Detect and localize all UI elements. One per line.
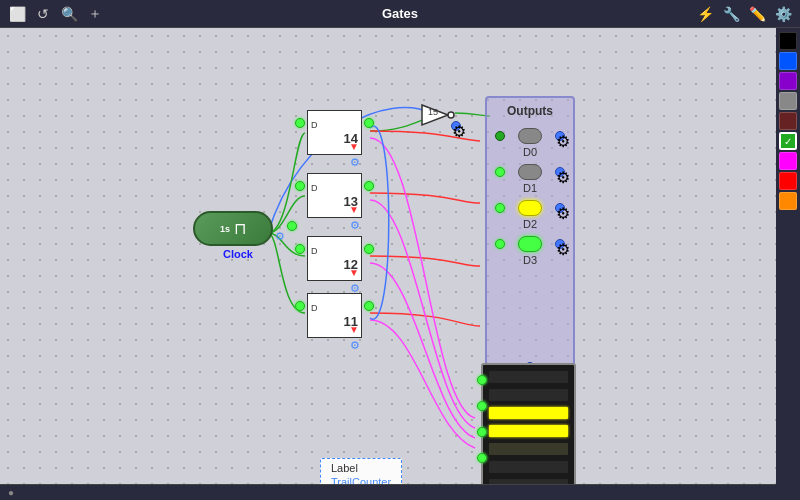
dff-14-out-dot <box>364 118 374 128</box>
dff-11-body: D 11 ▼ <box>307 293 362 338</box>
dff-13-body: D 13 ▼ <box>307 173 362 218</box>
statusbar: ● <box>0 484 776 500</box>
dff-11-in-dot <box>295 301 305 311</box>
d1-gear-icon[interactable]: ⚙ <box>555 167 565 177</box>
color-green[interactable]: ✓ <box>779 132 797 150</box>
clock-waveform-icon: ⊓ <box>234 219 246 238</box>
pencil-icon[interactable]: ✏️ <box>748 5 766 23</box>
dff-12-d-label: D <box>308 245 361 257</box>
bar-in-dot-1 <box>477 401 487 411</box>
bar-seg-5 <box>489 461 568 473</box>
clock-label: Clock <box>193 248 283 260</box>
bar-display: ⚙ <box>481 363 576 500</box>
clock-output-dot <box>287 221 297 231</box>
d2-led <box>518 200 542 216</box>
dff-13-d-label: D <box>308 182 361 194</box>
d0-input-dot <box>495 131 505 141</box>
settings-icon[interactable]: ⚙️ <box>774 5 792 23</box>
bar-seg-0 <box>489 371 568 383</box>
dff-11-out-dot <box>364 301 374 311</box>
d2-gear-icon[interactable]: ⚙ <box>555 203 565 213</box>
bar-seg-3 <box>489 425 568 437</box>
dff-14-d-label: D <box>308 119 361 131</box>
color-red[interactable] <box>779 172 797 190</box>
color-magenta[interactable] <box>779 152 797 170</box>
bar-in-dot-2 <box>477 427 487 437</box>
output-d0-row: ⚙ <box>495 128 565 144</box>
dff-13[interactable]: D 13 ▼ ⚙ <box>307 173 362 218</box>
dff-14-down-arrow: ▼ <box>349 141 359 152</box>
dff-11[interactable]: D 11 ▼ ⚙ <box>307 293 362 338</box>
bar-row-0 <box>489 369 568 385</box>
bar-seg-2 <box>489 407 568 419</box>
clock-gear-icon[interactable]: ⚙ <box>275 230 285 243</box>
color-panel: ✓ <box>776 28 800 500</box>
output-d1-row: ⚙ <box>495 164 565 180</box>
color-brown[interactable] <box>779 112 797 130</box>
dff-12-out-dot <box>364 244 374 254</box>
dff-11-gear-icon[interactable]: ⚙ <box>350 339 360 352</box>
new-icon[interactable]: ⬜ <box>8 5 26 23</box>
d1-input-dot <box>495 167 505 177</box>
output-d3-row: ⚙ <box>495 236 565 252</box>
dff-13-out-dot <box>364 181 374 191</box>
svg-point-1 <box>448 112 454 118</box>
status-text: ● <box>8 487 14 498</box>
bar-seg-1 <box>489 389 568 401</box>
tools-icon[interactable]: 🔧 <box>722 5 740 23</box>
search-icon[interactable]: 🔍 <box>60 5 78 23</box>
dff-13-down-arrow: ▼ <box>349 204 359 215</box>
d2-input-dot <box>495 203 505 213</box>
not-gate-gear[interactable]: ⚙ <box>451 121 461 131</box>
dff-11-d-label: D <box>308 302 361 314</box>
undo-icon[interactable]: ↺ <box>34 5 52 23</box>
app-title: Gates <box>112 6 688 21</box>
dff-13-in-dot <box>295 181 305 191</box>
d3-gear-icon[interactable]: ⚙ <box>555 239 565 249</box>
bar-in-dot-0 <box>477 375 487 385</box>
not-gate-label: 15 <box>428 107 438 117</box>
toolbar: ⬜ ↺ 🔍 ＋ Gates ⚡ 🔧 ✏️ ⚙️ <box>0 0 800 28</box>
dff-14-in-dot <box>295 118 305 128</box>
d1-led <box>518 164 542 180</box>
dff-13-gear-icon[interactable]: ⚙ <box>350 219 360 232</box>
clock-period: 1s <box>220 224 230 234</box>
canvas[interactable]: 1s ⊓ Clock ⚙ 15 ⚙ D 14 ▼ ⚙ D 13 ▼ <box>0 28 776 500</box>
color-blue[interactable] <box>779 52 797 70</box>
lightning-icon[interactable]: ⚡ <box>696 5 714 23</box>
dff-12[interactable]: D 12 ▼ ⚙ <box>307 236 362 281</box>
bar-seg-4 <box>489 443 568 455</box>
clock-component[interactable]: 1s ⊓ Clock ⚙ <box>193 211 283 261</box>
wires-overlay <box>0 28 776 500</box>
dff-14-body: D 14 ▼ <box>307 110 362 155</box>
not-gate-15: 15 ⚙ <box>420 103 455 131</box>
color-black[interactable] <box>779 32 797 50</box>
dff-12-body: D 12 ▼ <box>307 236 362 281</box>
dff-11-down-arrow: ▼ <box>349 324 359 335</box>
d3-input-dot <box>495 239 505 249</box>
dff-14-gear-icon[interactable]: ⚙ <box>350 156 360 169</box>
trail-counter-label: Label <box>331 462 391 474</box>
dff-14[interactable]: D 14 ▼ ⚙ <box>307 110 362 155</box>
bar-row-5 <box>489 459 568 475</box>
output-d2-row: ⚙ <box>495 200 565 216</box>
color-gray[interactable] <box>779 92 797 110</box>
bar-row-3 <box>489 423 568 439</box>
color-orange[interactable] <box>779 192 797 210</box>
d0-led <box>518 128 542 144</box>
dff-12-down-arrow: ▼ <box>349 267 359 278</box>
outputs-box: Outputs ⚙ D0 ⚙ D1 ⚙ D2 ⚙ D3 ⚙ <box>485 96 575 366</box>
outputs-title: Outputs <box>491 102 569 120</box>
bar-row-4 <box>489 441 568 457</box>
d3-led <box>518 236 542 252</box>
d0-gear-icon[interactable]: ⚙ <box>555 131 565 141</box>
clock-body: 1s ⊓ <box>193 211 273 246</box>
add-icon[interactable]: ＋ <box>86 5 104 23</box>
dff-12-in-dot <box>295 244 305 254</box>
bar-in-dot-3 <box>477 453 487 463</box>
bar-row-1 <box>489 387 568 403</box>
bar-row-2 <box>489 405 568 421</box>
color-purple[interactable] <box>779 72 797 90</box>
